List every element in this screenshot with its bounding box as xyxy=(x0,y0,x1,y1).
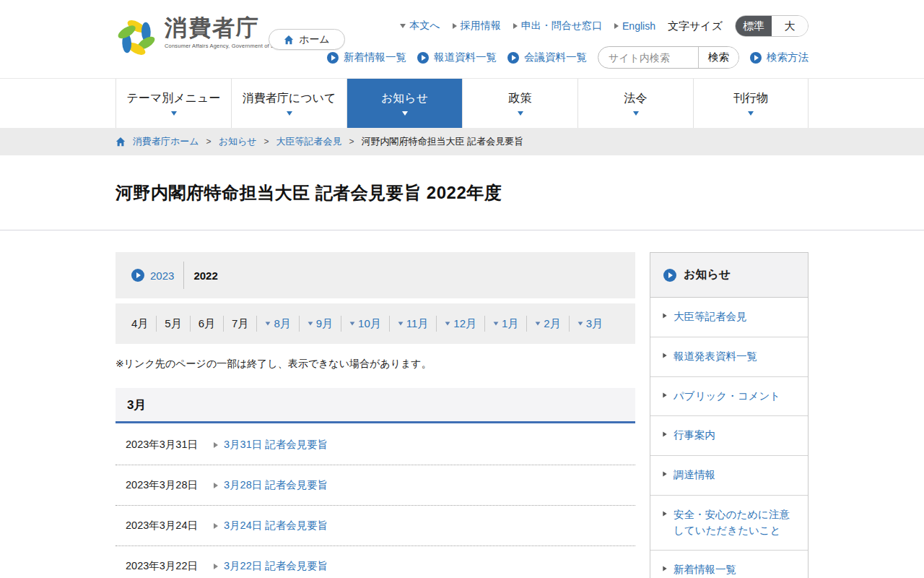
search-help-link[interactable]: 検索方法 xyxy=(750,51,808,64)
sidebar: お知らせ 大臣等記者会見 報道発表資料一覧 パブリック・コメント 行事案内 xyxy=(650,252,808,578)
press-materials-link[interactable]: 報道資料一覧 xyxy=(417,51,497,64)
entry-link-0331[interactable]: 3月31日 記者会見要旨 xyxy=(214,438,328,452)
divider xyxy=(183,262,184,289)
sidebar-item-procurement[interactable]: 調達情報 xyxy=(650,456,808,496)
sidebar-header-news[interactable]: お知らせ xyxy=(650,253,808,298)
month-2-link[interactable]: 2月 xyxy=(535,317,560,331)
inquiry-label: 申出・問合せ窓口 xyxy=(521,20,602,33)
link-note: ※リンク先のページの一部は終了し、表示できない場合があります。 xyxy=(116,358,635,371)
title-divider xyxy=(0,230,924,230)
search-input[interactable] xyxy=(598,52,698,64)
entry-link-0322[interactable]: 3月22日 記者会見要旨 xyxy=(214,559,328,573)
breadcrumb-home-link[interactable]: 消費者庁ホーム xyxy=(133,135,199,148)
search-help-label: 検索方法 xyxy=(767,51,808,64)
nav-news[interactable]: お知らせ xyxy=(346,79,462,128)
list-item: 2023年3月31日 3月31日 記者会見要旨 xyxy=(116,425,635,465)
title-section: 河野内閣府特命担当大臣 記者会見要旨 2022年度 xyxy=(0,155,924,230)
breadcrumb-current: 河野内閣府特命担当大臣 記者会見要旨 xyxy=(362,135,524,148)
month-12-link[interactable]: 12月 xyxy=(445,317,476,331)
sidebar-item-press-releases[interactable]: 報道発表資料一覧 xyxy=(650,337,808,377)
chevron-right-icon xyxy=(214,483,218,488)
meeting-materials-link[interactable]: 会議資料一覧 xyxy=(507,51,587,64)
new-info-label: 新着情報一覧 xyxy=(344,51,406,64)
chevron-down-icon xyxy=(400,24,406,28)
agency-logo[interactable]: 消費者庁 Consumer Affairs Agency, Government… xyxy=(116,16,287,59)
font-size-large-button[interactable]: 大 xyxy=(772,16,808,36)
list-item: 2023年3月28日 3月28日 記者会見要旨 xyxy=(116,465,635,506)
new-info-link[interactable]: 新着情報一覧 xyxy=(327,51,406,64)
month-label: 11月 xyxy=(406,317,429,331)
sidebar-item-press-conference[interactable]: 大臣等記者会見 xyxy=(650,298,808,337)
font-size-standard-button[interactable]: 標準 xyxy=(736,16,772,36)
sidebar-item-label: 調達情報 xyxy=(674,467,715,483)
breadcrumb-press-conference-link[interactable]: 大臣等記者会見 xyxy=(276,135,342,148)
to-content-link[interactable]: 本文へ xyxy=(400,20,440,33)
month-selector: 4月 5月 6月 7月 8月 9月 10月 11月 12月 1月 xyxy=(116,303,635,344)
breadcrumb: 消費者庁ホーム > お知らせ > 大臣等記者会見 > 河野内閣府特命担当大臣 記… xyxy=(0,128,924,155)
search-button[interactable]: 検索 xyxy=(698,47,738,68)
utility-nav: 本文へ 採用情報 申出・問合せ窓口 English 文字サイズ 標準 大 xyxy=(400,15,808,37)
chevron-down-icon xyxy=(578,322,583,325)
nav-theme-menu[interactable]: テーマ別メニュー xyxy=(116,79,231,128)
entry-link-0328[interactable]: 3月28日 記者会見要旨 xyxy=(214,478,328,492)
recruit-link[interactable]: 採用情報 xyxy=(453,20,501,33)
divider xyxy=(223,316,224,332)
entry-link-label: 3月28日 記者会見要旨 xyxy=(224,478,328,492)
nav-label: 法令 xyxy=(624,91,648,106)
divider xyxy=(256,316,257,332)
month-5: 5月 xyxy=(165,317,181,331)
nav-publications[interactable]: 刊行物 xyxy=(693,79,808,128)
sidebar-item-public-comment[interactable]: パブリック・コメント xyxy=(650,377,808,417)
month-7: 7月 xyxy=(232,317,248,331)
chevron-right-icon xyxy=(663,471,666,476)
month-3-link[interactable]: 3月 xyxy=(578,317,603,331)
inquiry-link[interactable]: 申出・問合せ窓口 xyxy=(513,20,602,33)
chevron-right-icon xyxy=(663,313,666,318)
nav-laws[interactable]: 法令 xyxy=(578,79,693,128)
month-1-link[interactable]: 1月 xyxy=(493,317,518,331)
divider xyxy=(190,316,191,332)
month-11-link[interactable]: 11月 xyxy=(398,317,429,331)
list-item: 2023年3月22日 3月22日 記者会見要旨 xyxy=(116,546,635,578)
month-8-link[interactable]: 8月 xyxy=(265,317,290,331)
chevron-down-icon xyxy=(171,111,177,116)
page-title: 河野内閣府特命担当大臣 記者会見要旨 2022年度 xyxy=(116,181,808,204)
breadcrumb-news-link[interactable]: お知らせ xyxy=(219,135,257,148)
english-link[interactable]: English xyxy=(614,20,655,32)
section-heading-label: 3月 xyxy=(127,397,146,413)
year-2023-link[interactable]: 2023 xyxy=(131,269,174,282)
chevron-right-icon xyxy=(214,564,218,569)
chevron-down-icon xyxy=(748,111,754,116)
nav-label: 消費者庁について xyxy=(243,91,336,106)
month-10-link[interactable]: 10月 xyxy=(349,317,381,331)
chevron-right-icon xyxy=(214,523,218,529)
breadcrumb-separator: > xyxy=(206,137,212,147)
chevron-right-icon xyxy=(453,23,457,29)
chevron-down-icon xyxy=(308,322,313,325)
press-materials-label: 報道資料一覧 xyxy=(434,51,497,64)
sidebar-item-label: 報道発表資料一覧 xyxy=(674,349,757,365)
press-conference-list: 2023年3月31日 3月31日 記者会見要旨 2023年3月28日 3月28日… xyxy=(116,425,635,578)
month-9-link[interactable]: 9月 xyxy=(308,317,333,331)
nav-policy[interactable]: 政策 xyxy=(462,79,578,128)
home-icon xyxy=(284,35,294,45)
entry-link-label: 3月24日 記者会見要旨 xyxy=(224,519,328,532)
circle-arrow-icon xyxy=(663,269,676,282)
sidebar-item-new-info[interactable]: 新着情報一覧 xyxy=(650,551,808,578)
english-label: English xyxy=(622,20,655,32)
divider xyxy=(526,316,527,332)
nav-label: 刊行物 xyxy=(733,91,768,106)
entry-link-0324[interactable]: 3月24日 記者会見要旨 xyxy=(214,519,328,532)
chevron-down-icon xyxy=(398,322,403,325)
pinwheel-logo-icon xyxy=(116,16,157,59)
main-navigation: テーマ別メニュー 消費者庁について お知らせ 政策 法令 刊行物 xyxy=(0,78,924,128)
list-item: 2023年3月24日 3月24日 記者会見要旨 xyxy=(116,506,635,546)
entry-date: 2023年3月31日 xyxy=(126,438,214,452)
chevron-right-icon xyxy=(663,432,666,437)
nav-about[interactable]: 消費者庁について xyxy=(231,79,346,128)
meeting-materials-label: 会議資料一覧 xyxy=(524,51,587,64)
sidebar-item-safety-notice[interactable]: 安全・安心のために注意していただきたいこと xyxy=(650,496,808,551)
circle-arrow-icon xyxy=(131,269,144,282)
sidebar-item-events[interactable]: 行事案内 xyxy=(650,416,808,456)
sidebar-item-label: 新着情報一覧 xyxy=(674,562,736,578)
